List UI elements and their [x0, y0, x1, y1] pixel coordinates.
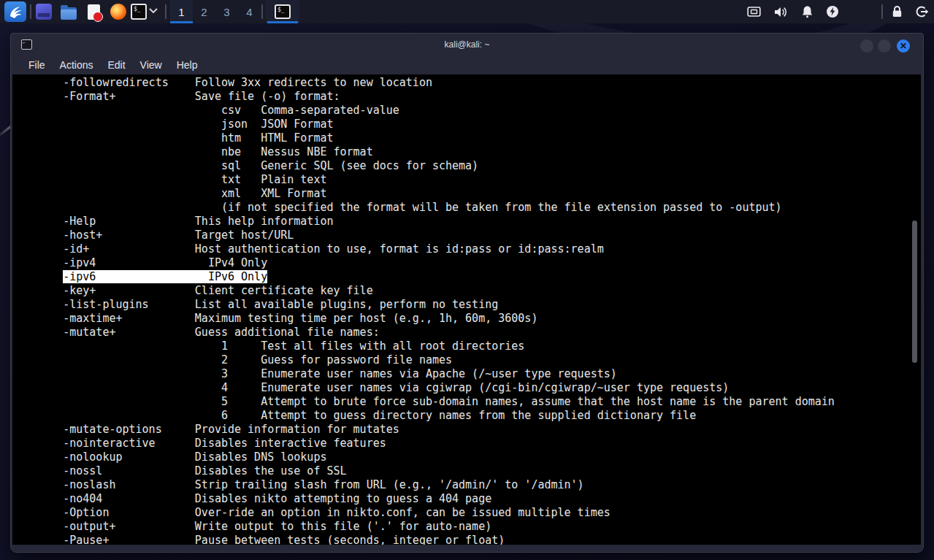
terminal-line: nbe Nessus NBE format: [17, 145, 909, 159]
panel-separator: [30, 4, 31, 19]
terminal-line: -key+ Client certificate key file: [17, 284, 909, 298]
workspace-3[interactable]: 3: [215, 0, 238, 23]
close-icon: ✕: [900, 42, 907, 50]
terminal-line: htm HTML Format: [17, 131, 909, 145]
terminal-icon: $_: [275, 4, 291, 19]
terminal-line: -followredirects Follow 3xx redirects to…: [17, 76, 909, 90]
panel-separator: [881, 4, 883, 19]
app-icon-terminal[interactable]: $_: [130, 3, 148, 20]
terminal-line: xml XML Format: [17, 187, 909, 201]
terminal-line: 6 Attempt to guess directory names from …: [17, 409, 909, 423]
taskbar-item-terminal[interactable]: $_: [266, 0, 299, 23]
selected-text: -ipv6 IPv6 Only: [63, 270, 267, 283]
scrollbar-thumb[interactable]: [912, 220, 917, 363]
maximize-button[interactable]: [878, 39, 891, 53]
terminal-line: 2 Guess for password file names: [17, 353, 909, 367]
terminal-output: -followredirects Follow 3xx redirects to…: [12, 74, 909, 545]
workspace-1[interactable]: 1: [170, 0, 193, 23]
panel-separator: [165, 4, 166, 19]
terminal-line: -ipv4 IPv4 Only: [17, 256, 909, 270]
terminal-line: 1 Test all files with all root directori…: [17, 340, 909, 353]
menu-help[interactable]: Help: [169, 58, 205, 72]
scrollbar[interactable]: [909, 74, 921, 545]
terminal-line: 4 Enumerate user names via cgiwrap (/cgi…: [17, 381, 909, 395]
terminal-line: -nossl Disables the use of SSL: [17, 464, 909, 478]
terminal-line: -maxtime+ Maximum testing time per host …: [17, 312, 909, 326]
lock-icon[interactable]: [889, 4, 904, 19]
terminal-window: ⌐ kali@kali: ~ ✕ FileActionsEditViewHelp…: [10, 33, 924, 553]
workspace-2[interactable]: 2: [193, 0, 215, 23]
terminal-line: -Format+ Save file (-o) format:: [17, 90, 909, 104]
kali-menu-button[interactable]: [4, 1, 26, 22]
terminal-line: -mutate+ Guess additional file names:: [17, 326, 909, 340]
terminal-line: json JSON Format: [17, 118, 909, 131]
terminal-line: -ipv6 IPv6 Only: [17, 270, 909, 284]
terminal-line: -Option Over-ride an option in nikto.con…: [17, 506, 909, 520]
menu-view[interactable]: View: [133, 58, 169, 72]
power-manager-icon[interactable]: [825, 4, 840, 19]
menu-file[interactable]: File: [21, 58, 53, 72]
window-title: kali@kali: ~: [11, 34, 923, 55]
terminal-line: -Help This help information: [17, 215, 909, 229]
terminal-line: csv Comma-separated-value: [17, 104, 909, 118]
workspace-4[interactable]: 4: [238, 0, 261, 23]
menu-edit[interactable]: Edit: [100, 58, 132, 72]
terminal-line: -list-plugins List all available plugins…: [17, 298, 909, 312]
terminal-content[interactable]: -followredirects Follow 3xx redirects to…: [12, 74, 921, 545]
close-button[interactable]: ✕: [897, 39, 910, 53]
app-icon-file-manager[interactable]: [60, 3, 77, 20]
terminal-line: 3 Enumerate user names via Apache (/~use…: [17, 367, 909, 381]
terminal-line: txt Plain text: [17, 173, 909, 187]
titlebar[interactable]: ⌐ kali@kali: ~ ✕: [11, 34, 923, 55]
app-icon-text-editor[interactable]: [85, 3, 102, 20]
terminal-line: -Pause+ Pause between tests (seconds, in…: [17, 534, 909, 545]
chevron-down-icon[interactable]: [149, 7, 158, 13]
panel-separator: [261, 4, 263, 19]
terminal-line: -noslash Strip trailing slash from URL (…: [17, 478, 909, 492]
menu-bar: FileActionsEditViewHelp: [11, 55, 923, 74]
workspace-switcher: 1234: [170, 0, 261, 23]
minimize-button[interactable]: [860, 39, 873, 53]
volume-icon[interactable]: [773, 4, 788, 19]
terminal-line: -no404 Disables nikto attempting to gues…: [17, 492, 909, 506]
terminal-line: (if not specified the format will be tak…: [17, 201, 909, 215]
terminal-line: -nolookup Disables DNS lookups: [17, 450, 909, 464]
terminal-line: -nointeractive Disables interactive feat…: [17, 437, 909, 450]
log-out-icon[interactable]: [914, 4, 929, 19]
terminal-line: sql Generic SQL (see docs for schema): [17, 159, 909, 173]
top-panel: $_ 1234 $_: [0, 0, 934, 23]
terminal-line: -host+ Target host/URL: [17, 229, 909, 242]
app-icon-firefox[interactable]: [110, 3, 127, 20]
kali-logo-icon: [7, 4, 23, 20]
menu-actions[interactable]: Actions: [53, 58, 101, 72]
app-icon-window-app[interactable]: [35, 3, 53, 20]
terminal-line: -id+ Host authentication to use, format …: [17, 242, 909, 256]
network-icon[interactable]: [746, 4, 761, 19]
notifications-bell-icon[interactable]: [800, 4, 814, 19]
terminal-line: -mutate-options Provide information for …: [17, 423, 909, 437]
terminal-line: 5 Attempt to brute force sub-domain name…: [17, 395, 909, 409]
terminal-line: -output+ Write output to this file ('.' …: [17, 520, 909, 534]
